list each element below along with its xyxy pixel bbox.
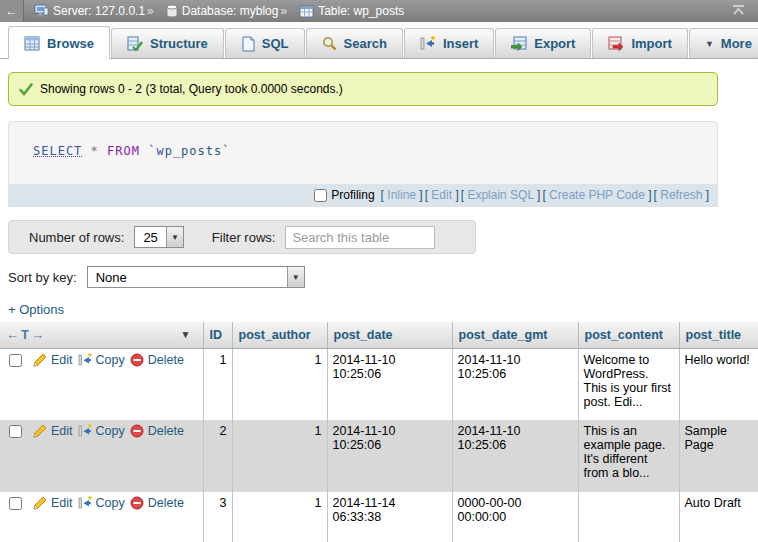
select-dropdown-button[interactable]: ▼ (166, 227, 183, 247)
tab-label: Insert (443, 36, 478, 51)
tab-label: Browse (47, 36, 94, 51)
pencil-icon (33, 353, 47, 367)
sql-table-identifier: `wp_posts` (148, 144, 230, 158)
chevron-down-icon: ▼ (292, 273, 300, 282)
copy-icon (78, 353, 92, 367)
tab-sql[interactable]: SQL (225, 28, 305, 58)
header-actions-cell: ← T → ▼ (0, 322, 203, 348)
sort-by-key-value: None (88, 267, 287, 287)
edit-row-link[interactable]: Edit (33, 353, 73, 367)
query-link-inline: [ Inline ] (381, 188, 423, 202)
tab-browse[interactable]: Browse (8, 26, 110, 59)
sql-icon (241, 36, 255, 52)
cell-post-date-gmt: 0000-00-00 00:00:00 (452, 492, 578, 542)
delete-row-link[interactable]: Delete (130, 424, 184, 438)
import-icon (608, 36, 624, 51)
delete-icon (130, 353, 144, 367)
server-icon (34, 4, 49, 18)
breadcrumb-table[interactable]: Table: wp_posts (318, 4, 404, 18)
tab-more[interactable]: ▼ More (689, 28, 758, 58)
breadcrumb-separator: » (147, 4, 154, 18)
query-link-refresh: [ Refresh ] (654, 188, 709, 202)
sql-keyword-select[interactable]: SELECT (33, 144, 82, 158)
delete-row-link[interactable]: Delete (130, 353, 184, 367)
query-toolbar: Profiling [ Inline ] [ Edit ] [ Explain … (9, 184, 717, 206)
copy-row-link[interactable]: Copy (78, 424, 125, 438)
tab-import[interactable]: Import (592, 28, 687, 58)
row-actions-cell: Edit Copy Delete (0, 420, 203, 492)
column-header-post-date[interactable]: post_date (327, 322, 452, 348)
cell-post-date: 2014-11-10 10:25:06 (327, 348, 452, 420)
sort-by-key-select[interactable]: None ▼ (87, 266, 305, 288)
cell-post-title: Auto Draft (679, 492, 758, 542)
move-right-icon[interactable]: → (31, 327, 44, 342)
nav-back-button[interactable]: ← (0, 0, 24, 22)
number-of-rows-value: 25 (135, 227, 165, 247)
edit-row-link[interactable]: Edit (33, 424, 73, 438)
number-of-rows-select[interactable]: 25 ▼ (134, 226, 183, 248)
column-header-post-content[interactable]: post_content (578, 322, 679, 348)
sql-query-text: SELECT * FROM `wp_posts` (9, 122, 717, 184)
select-dropdown-button[interactable]: ▼ (287, 267, 304, 287)
cell-id: 2 (203, 420, 232, 492)
row-actions-cell: Edit Copy Delete (0, 492, 203, 542)
sql-query-box: SELECT * FROM `wp_posts` Profiling [ Inl… (8, 121, 718, 207)
results-table: ← T → ▼ ID post_author post_date post_da… (0, 322, 758, 542)
pencil-icon (33, 424, 47, 438)
tab-insert[interactable]: Insert (404, 28, 494, 58)
tab-structure[interactable]: Structure (111, 28, 224, 58)
cell-post-content: This is an example page. It's different … (578, 420, 679, 492)
number-of-rows-label: Number of rows: (29, 230, 124, 245)
breadcrumb-database[interactable]: Database: myblog (182, 4, 279, 18)
table-icon (299, 5, 314, 18)
row-controls-bar: Number of rows: 25 ▼ Filter rows: (8, 220, 476, 254)
options-toggle-link[interactable]: + Options (8, 302, 64, 317)
column-header-post-date-gmt[interactable]: post_date_gmt (452, 322, 578, 348)
table-row: Edit Copy Delete 2 1 2014-11-10 10:25:06… (0, 420, 758, 492)
table-header-row: ← T → ▼ ID post_author post_date post_da… (0, 322, 758, 348)
row-select-checkbox[interactable] (9, 425, 22, 438)
sort-by-key-label: Sort by key: (8, 270, 77, 285)
move-left-icon[interactable]: ← (6, 327, 19, 342)
copy-row-link[interactable]: Copy (78, 496, 125, 510)
column-header-id[interactable]: ID (203, 322, 232, 348)
cell-post-date-gmt: 2014-11-10 10:25:06 (452, 348, 578, 420)
column-header-post-author[interactable]: post_author (232, 322, 327, 348)
copy-row-link[interactable]: Copy (78, 353, 125, 367)
row-actions-cell: Edit Copy Delete (0, 348, 203, 420)
filter-rows-input[interactable] (285, 226, 435, 249)
row-select-checkbox[interactable] (9, 354, 22, 367)
cell-id: 1 (203, 348, 232, 420)
insert-icon (420, 36, 436, 51)
sort-row: Sort by key: None ▼ (8, 266, 758, 288)
cell-post-date: 2014-11-10 10:25:06 (327, 420, 452, 492)
copy-icon (78, 496, 92, 510)
query-link-create-php: [ Create PHP Code ] (542, 188, 651, 202)
sql-keyword-from: FROM (107, 144, 140, 158)
status-message: Showing rows 0 - 2 (3 total, Query took … (8, 72, 718, 106)
cell-post-date: 2014-11-14 06:33:38 (327, 492, 452, 542)
tab-search[interactable]: Search (306, 28, 403, 58)
tab-label: Export (534, 36, 575, 51)
tab-bar: Browse Structure SQL Search Insert Expor… (0, 22, 758, 59)
edit-row-link[interactable]: Edit (33, 496, 73, 510)
cell-post-author: 1 (232, 420, 327, 492)
profiling-checkbox[interactable] (314, 189, 327, 202)
row-select-checkbox[interactable] (9, 497, 22, 510)
delete-row-link[interactable]: Delete (130, 496, 184, 510)
structure-icon (127, 36, 143, 51)
delete-icon (130, 424, 144, 438)
database-icon (166, 4, 178, 18)
cell-post-title: Sample Page (679, 420, 758, 492)
sql-star: * (91, 144, 99, 158)
tab-export[interactable]: Export (495, 28, 591, 58)
column-header-post-title[interactable]: post_title (679, 322, 758, 348)
cell-post-content (578, 492, 679, 542)
pencil-icon (33, 496, 47, 510)
column-toggle-icon[interactable]: T (21, 327, 29, 342)
filter-rows-label: Filter rows: (212, 230, 276, 245)
collapse-icon[interactable] (731, 4, 746, 19)
sort-indicator-icon[interactable]: ▼ (181, 329, 191, 340)
profiling-label: Profiling (314, 188, 374, 202)
breadcrumb-server[interactable]: Server: 127.0.0.1 (53, 4, 145, 18)
